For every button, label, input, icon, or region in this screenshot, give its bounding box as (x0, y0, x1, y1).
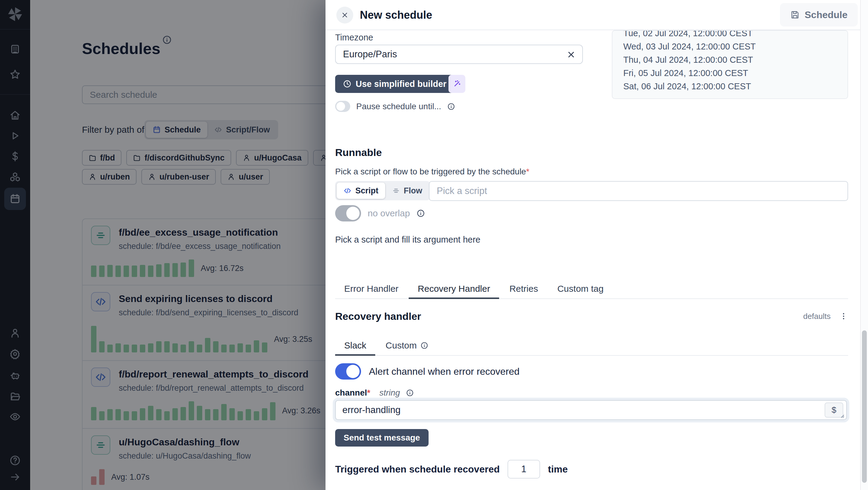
recovery-handler-heading: Recovery handler (335, 311, 421, 322)
next-run-entry: Fri, 05 Jul 2024, 12:00:00 CEST (623, 66, 847, 80)
alert-channel-label: Alert channel when error recovered (369, 366, 520, 377)
info-icon[interactable] (447, 103, 455, 110)
pause-schedule-row: Pause schedule until... (335, 101, 455, 112)
info-icon[interactable] (421, 342, 428, 349)
next-runs-card: Tue, 02 Jul 2024, 12:00:00 CESTWed, 03 J… (612, 30, 848, 99)
required-asterisk: * (526, 167, 529, 176)
drawer-title: New schedule (360, 9, 432, 22)
send-test-message-button[interactable]: Send test message (335, 429, 429, 446)
drawer-scrollbar[interactable] (860, 0, 868, 490)
tab-recovery-handler[interactable]: Recovery Handler (409, 280, 499, 299)
next-run-entry: Sat, 06 Jul 2024, 12:00:00 CEST (623, 80, 847, 93)
ai-wand-button[interactable] (448, 75, 465, 93)
info-icon[interactable] (416, 209, 425, 218)
no-overlap-label: no overlap (368, 208, 410, 219)
triggered-suffix: time (548, 464, 568, 475)
next-run-entry: Tue, 02 Jul 2024, 12:00:00 CEST (623, 30, 847, 40)
pick-script-input[interactable] (429, 181, 848, 201)
channel-field-row: channel* string (335, 388, 414, 398)
pause-schedule-toggle[interactable] (335, 101, 350, 112)
runnable-hint: Pick a script and fill its argument here (335, 235, 480, 245)
next-run-entry: Thu, 04 Jul 2024, 12:00:00 CEST (623, 53, 847, 66)
tab-error-handler[interactable]: Error Handler (335, 280, 407, 299)
channel-input[interactable]: error-handling $ (335, 400, 847, 420)
resize-handle-icon[interactable] (839, 413, 845, 419)
flow-icon (392, 186, 400, 195)
alert-channel-row: Alert channel when error recovered (335, 363, 520, 380)
use-simplified-builder-button[interactable]: Use simplified builder (335, 75, 454, 93)
clear-icon[interactable] (566, 50, 576, 60)
next-run-entry: Wed, 03 Jul 2024, 12:00:00 CEST (623, 40, 847, 53)
channel-field-type: string (379, 388, 400, 398)
schedule-save-button[interactable]: Schedule (780, 3, 858, 27)
kebab-menu-icon[interactable] (839, 310, 848, 322)
scrollbar-thumb[interactable] (862, 330, 867, 483)
info-icon[interactable] (406, 389, 414, 397)
runnable-pick-label: Pick a script or flow to be triggered by… (335, 167, 529, 176)
runnable-heading: Runnable (335, 147, 382, 158)
no-overlap-row: no overlap (335, 205, 425, 222)
clock-icon (343, 80, 351, 88)
runnable-option-script[interactable]: Script (337, 182, 385, 199)
triggered-prefix: Triggered when schedule recovered (335, 464, 500, 475)
recovery-subtabs: SlackCustom (335, 337, 848, 356)
subtab-custom[interactable]: Custom (376, 337, 437, 356)
tab-retries[interactable]: Retries (500, 280, 547, 299)
alert-channel-toggle[interactable] (335, 363, 361, 380)
pause-schedule-label: Pause schedule until... (356, 102, 441, 111)
channel-field-name: channel* (335, 388, 370, 398)
script-flow-toggle: ScriptFlow (335, 181, 430, 200)
triggered-count-input[interactable] (507, 460, 540, 479)
subtab-slack[interactable]: Slack (335, 337, 375, 356)
new-schedule-drawer: New schedule Schedule Timezone Europe/Pa… (326, 0, 868, 490)
runnable-option-flow[interactable]: Flow (385, 182, 429, 199)
save-icon (790, 10, 800, 20)
triggered-row: Triggered when schedule recovered time (335, 460, 568, 479)
timezone-label: Timezone (335, 33, 373, 42)
recovery-handler-row: Recovery handler defaults (335, 310, 848, 322)
handler-tabs: Error HandlerRecovery HandlerRetriesCust… (335, 280, 848, 299)
modal-overlay[interactable] (0, 0, 326, 490)
no-overlap-toggle[interactable] (335, 205, 361, 222)
drawer-header: New schedule Schedule (326, 0, 868, 30)
script-icon (343, 186, 352, 195)
tab-custom-tag[interactable]: Custom tag (548, 280, 613, 299)
screen: Schedules Filter by path of ScheduleScri… (0, 0, 868, 490)
timezone-input[interactable]: Europe/Paris (335, 45, 583, 64)
close-button[interactable] (336, 7, 353, 24)
defaults-label: defaults (803, 312, 831, 321)
